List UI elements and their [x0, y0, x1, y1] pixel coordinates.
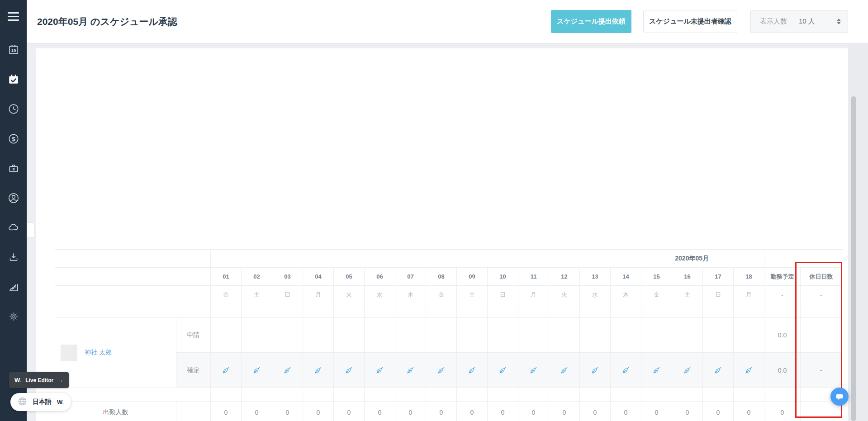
request-day-cell: [272, 318, 303, 353]
request-day-cell: [672, 318, 703, 353]
edit-schedule-button[interactable]: [242, 353, 272, 388]
spacer-cell: [672, 304, 703, 318]
payroll-dollar-icon[interactable]: $: [8, 133, 19, 145]
user-icon[interactable]: [8, 192, 19, 204]
spacer-cell: [734, 304, 764, 318]
edit-schedule-button[interactable]: [272, 353, 303, 388]
attendance-count-cell: 0: [272, 402, 303, 421]
weekday-cell: 火: [334, 286, 365, 304]
day-column-header: 02: [242, 268, 272, 286]
scrollbar-thumb[interactable]: [851, 96, 856, 421]
request-day-cell: [303, 318, 334, 353]
avatar: [61, 345, 77, 361]
attendance-count-cell: 0: [426, 402, 457, 421]
confirm-scheduled-total: 0.0: [764, 353, 801, 388]
submit-request-button[interactable]: スケジュール提出依頼: [551, 10, 631, 33]
attendance-count-cell: 0: [672, 402, 703, 421]
edit-schedule-button[interactable]: [211, 353, 242, 388]
attendance-count-cell: 0: [303, 402, 334, 421]
edit-schedule-button[interactable]: [303, 353, 334, 388]
weekday-cell: 金: [641, 286, 672, 304]
weekday-cell: 月: [303, 286, 334, 304]
request-day-cell: [211, 318, 242, 353]
globe-icon: [18, 397, 27, 408]
spacer-cell: [549, 304, 580, 318]
table-corner-cell: [55, 268, 211, 286]
live-editor-badge[interactable]: W. Live Editor →: [9, 372, 69, 388]
attendance-count-cell: 0: [457, 402, 488, 421]
spacer-cell: [611, 304, 641, 318]
chat-launcher-button[interactable]: [830, 388, 849, 406]
cloud-icon[interactable]: [8, 222, 19, 233]
edit-schedule-button[interactable]: [672, 353, 703, 388]
day-column-header: 15: [641, 268, 672, 286]
unsubmitted-check-button[interactable]: スケジュール未提出者確認: [643, 10, 737, 33]
weekday-cell: 金: [426, 286, 457, 304]
edit-schedule-button[interactable]: [580, 353, 611, 388]
weekday-cell: 土: [457, 286, 488, 304]
spacer-cell: [272, 304, 303, 318]
language-label: 日本語: [33, 398, 52, 406]
menu-icon[interactable]: [8, 12, 19, 21]
spacer-cell: [303, 304, 334, 318]
day-column-header: 08: [426, 268, 457, 286]
table-corner-cell: [55, 250, 211, 268]
edit-schedule-button[interactable]: [703, 353, 734, 388]
spacer-cell: [272, 388, 303, 402]
edit-schedule-button[interactable]: [518, 353, 549, 388]
edit-schedule-button[interactable]: [641, 353, 672, 388]
weekday-cell: 金: [211, 286, 242, 304]
weglot-logo: W.: [14, 377, 21, 383]
attendance-row-label: 出勤人数: [55, 402, 176, 421]
request-day-cell: [518, 318, 549, 353]
weekday-cell: 木: [395, 286, 426, 304]
spacer-cell: [457, 388, 488, 402]
download-icon[interactable]: [8, 251, 19, 263]
spacer-cell: [334, 388, 365, 402]
request-day-cell: [641, 318, 672, 353]
attendance-count-cell: 0: [395, 402, 426, 421]
attendance-count-cell: 0: [580, 402, 611, 421]
edit-schedule-button[interactable]: [734, 353, 764, 388]
spacer-cell: [641, 388, 672, 402]
svg-text:$: $: [12, 136, 15, 142]
clock-icon[interactable]: [8, 103, 19, 115]
edit-schedule-button[interactable]: [611, 353, 641, 388]
calendar-date-icon[interactable]: 19: [8, 44, 19, 56]
attendance-cell: [176, 402, 211, 421]
briefcase-icon[interactable]: [8, 162, 19, 174]
gear-icon[interactable]: [8, 311, 19, 322]
table-corner-cell: [764, 250, 842, 268]
edit-schedule-button[interactable]: [457, 353, 488, 388]
day-column-header: 11: [518, 268, 549, 286]
day-column-header: 13: [580, 268, 611, 286]
edit-schedule-button[interactable]: [426, 353, 457, 388]
schedule-check-icon[interactable]: [8, 74, 19, 85]
day-column-header: 05: [334, 268, 365, 286]
request-day-cell: [549, 318, 580, 353]
confirm-row-label: 確定: [176, 353, 211, 388]
edit-schedule-button[interactable]: [365, 353, 395, 388]
edit-schedule-button[interactable]: [334, 353, 365, 388]
language-switcher[interactable]: 日本語 W.: [10, 393, 71, 411]
attendance-count-cell: 0: [211, 402, 242, 421]
display-count-select[interactable]: 表示人数 10 人: [750, 10, 848, 33]
chart-icon[interactable]: [8, 281, 19, 293]
edit-schedule-button[interactable]: [488, 353, 518, 388]
employee-name-link[interactable]: 神社 太郎: [85, 349, 112, 357]
request-day-cell: [242, 318, 272, 353]
request-day-cell: [703, 318, 734, 353]
confirm-holiday-total: -: [801, 353, 842, 388]
page-title: 2020年05月 のスケジュール承認: [37, 15, 177, 28]
chat-bubble-icon: [835, 392, 844, 402]
scheduled-dash-cell: -: [764, 286, 801, 304]
edit-schedule-button[interactable]: [549, 353, 580, 388]
table-cell: [801, 304, 842, 318]
edit-schedule-button[interactable]: [395, 353, 426, 388]
attendance-count-cell: 0: [242, 402, 272, 421]
spacer-cell: [457, 304, 488, 318]
weekday-cell: 日: [272, 286, 303, 304]
spacer-cell: [365, 388, 395, 402]
attendance-count-cell: 0: [703, 402, 734, 421]
spacer-cell: [488, 388, 518, 402]
